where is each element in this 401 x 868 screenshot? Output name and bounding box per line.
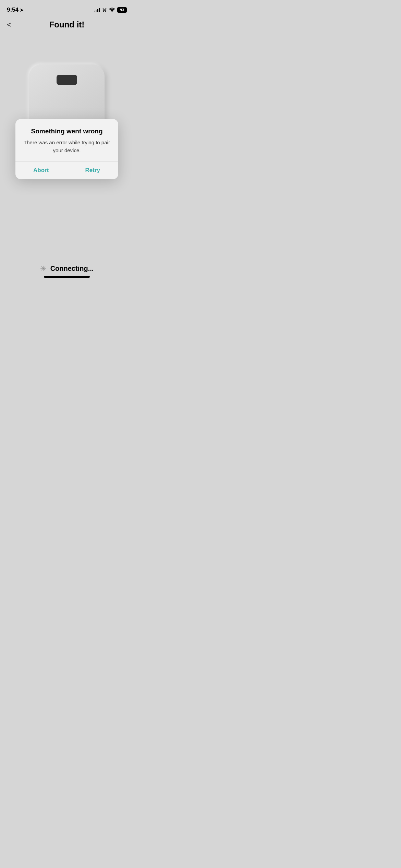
dialog-body: Something went wrong There was an error … xyxy=(15,119,118,162)
connecting-row: ✳ Connecting... xyxy=(40,264,94,273)
connecting-text: Connecting... xyxy=(50,265,94,273)
signal-bar-1 xyxy=(94,11,95,12)
signal-bar-3 xyxy=(97,9,98,12)
wifi-icon: ⌘ xyxy=(102,7,107,13)
dialog-message: There was an error while trying to pair … xyxy=(24,139,110,154)
back-button[interactable]: < xyxy=(7,20,12,29)
retry-button[interactable]: Retry xyxy=(67,161,119,179)
nav-header: < Found it! xyxy=(0,17,134,34)
dialog-overlay: Something went wrong There was an error … xyxy=(0,34,134,265)
dialog-buttons: Abort Retry xyxy=(15,161,118,179)
home-indicator xyxy=(44,276,90,278)
status-time: 9:54 ➤ xyxy=(7,7,24,13)
abort-button[interactable]: Abort xyxy=(15,161,67,179)
spinner-icon: ✳ xyxy=(40,264,46,273)
error-dialog: Something went wrong There was an error … xyxy=(15,119,118,180)
location-icon: ➤ xyxy=(20,8,24,13)
signal-bar-2 xyxy=(96,10,97,12)
status-bar: 9:54 ➤ ⌘ 93 xyxy=(0,0,134,17)
battery-icon: 93 xyxy=(117,7,127,13)
page-title: Found it! xyxy=(49,20,85,29)
wifi-icon xyxy=(109,8,115,12)
signal-bar-4 xyxy=(99,8,100,12)
main-content: ✓ Something went wrong There was an erro… xyxy=(0,34,134,265)
signal-bars-icon xyxy=(94,8,100,12)
dialog-title: Something went wrong xyxy=(24,127,110,136)
status-right: ⌘ 93 xyxy=(94,7,127,13)
